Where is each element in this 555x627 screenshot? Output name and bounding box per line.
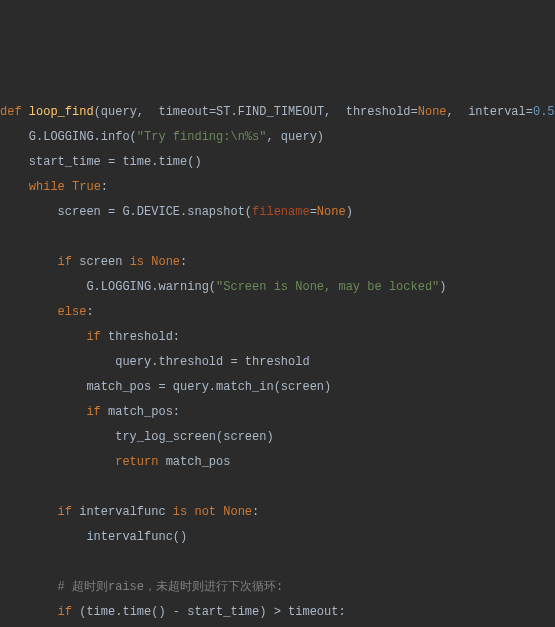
line-7: if screen is None:	[0, 255, 187, 269]
kw-if: if	[86, 405, 100, 419]
line-5: screen = G.DEVICE.snapshot(filename=None…	[0, 205, 353, 219]
indent	[0, 580, 58, 594]
kw-if: if	[58, 505, 72, 519]
line-1: def loop_find(query, timeout=ST.FIND_TIM…	[0, 105, 555, 119]
rp: )	[439, 280, 446, 294]
colon: :	[101, 180, 108, 194]
eq: =	[310, 205, 317, 219]
none: None	[223, 505, 252, 519]
kw-def: def	[0, 105, 22, 119]
paren: (	[94, 105, 101, 119]
param-query: query	[101, 105, 137, 119]
indent	[0, 305, 58, 319]
txt: intervalfunc	[72, 505, 173, 519]
indent	[0, 255, 58, 269]
comment: # 超时则raise，未超时则进行下次循环:	[58, 580, 284, 594]
line-4: while True:	[0, 180, 108, 194]
line-12: match_pos = query.match_in(screen)	[0, 380, 331, 394]
line-21: if (time.time() - start_time) > timeout:	[0, 605, 346, 619]
txt: match_pos	[158, 455, 230, 469]
txt: (time.time() - start_time) > timeout:	[72, 605, 346, 619]
sp	[65, 180, 72, 194]
comma: ,	[447, 105, 469, 119]
colon: :	[86, 305, 93, 319]
line-17: if intervalfunc is not None:	[0, 505, 259, 519]
txt: screen = G.DEVICE.snapshot(	[0, 205, 252, 219]
kw-while: while	[29, 180, 65, 194]
line-15: return match_pos	[0, 455, 230, 469]
param-threshold: threshold	[346, 105, 411, 119]
named-arg: filename	[252, 205, 310, 219]
true: True	[72, 180, 101, 194]
param-timeout-val: ST.FIND_TIMEOUT	[216, 105, 324, 119]
colon: :	[252, 505, 259, 519]
param-timeout: timeout	[158, 105, 208, 119]
blank	[0, 230, 7, 244]
kw-is: is	[130, 255, 144, 269]
indent	[0, 330, 86, 344]
kw-if: if	[58, 255, 72, 269]
kw-else: else	[58, 305, 87, 319]
rp: )	[346, 205, 353, 219]
kw-is-not: is not	[173, 505, 216, 519]
line-20: # 超时则raise，未超时则进行下次循环:	[0, 580, 283, 594]
code-editor: def loop_find(query, timeout=ST.FIND_TIM…	[0, 100, 555, 627]
txt: threshold:	[101, 330, 180, 344]
txt: , query)	[266, 130, 324, 144]
num: 0.5	[533, 105, 555, 119]
none: None	[418, 105, 447, 119]
line-2: G.LOGGING.info("Try finding:\n%s", query…	[0, 130, 324, 144]
string: "Try finding:\n%s"	[137, 130, 267, 144]
txt: G.LOGGING.info(	[0, 130, 137, 144]
fn-name: loop_find	[29, 105, 94, 119]
indent	[0, 180, 29, 194]
none: None	[151, 255, 180, 269]
kw-if: if	[86, 330, 100, 344]
line-14: try_log_screen(screen)	[0, 430, 274, 444]
blank	[0, 480, 7, 494]
txt: G.LOGGING.warning(	[0, 280, 216, 294]
string: "Screen is None, may be locked"	[216, 280, 439, 294]
line-18: intervalfunc()	[0, 530, 187, 544]
indent	[0, 505, 58, 519]
indent	[0, 405, 86, 419]
line-13: if match_pos:	[0, 405, 180, 419]
colon: :	[180, 255, 187, 269]
none: None	[317, 205, 346, 219]
line-8: G.LOGGING.warning("Screen is None, may b…	[0, 280, 447, 294]
kw-if: if	[58, 605, 72, 619]
comma: ,	[324, 105, 346, 119]
kw-return: return	[115, 455, 158, 469]
txt: screen	[72, 255, 130, 269]
txt: match_pos:	[101, 405, 180, 419]
eq: =	[209, 105, 216, 119]
line-11: query.threshold = threshold	[0, 355, 310, 369]
eq: =	[411, 105, 418, 119]
indent	[0, 605, 58, 619]
param-interval: interval	[468, 105, 526, 119]
eq: =	[526, 105, 533, 119]
line-3: start_time = time.time()	[0, 155, 202, 169]
indent	[0, 455, 115, 469]
comma: ,	[137, 105, 159, 119]
line-9: else:	[0, 305, 94, 319]
line-10: if threshold:	[0, 330, 180, 344]
blank	[0, 555, 7, 569]
